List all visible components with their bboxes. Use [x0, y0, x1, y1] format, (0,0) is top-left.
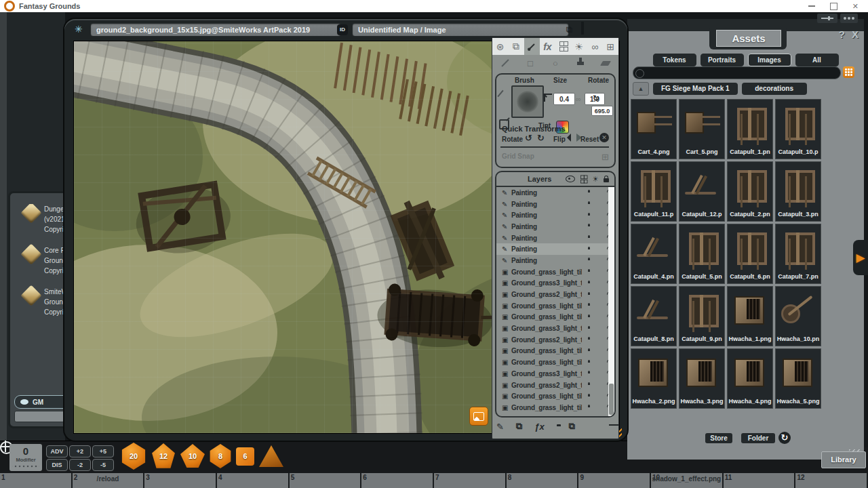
layer-row[interactable]: ✎ Painting: [496, 199, 614, 210]
layer-row[interactable]: ▣ Ground_grass3_light_til...: [496, 368, 614, 380]
restore-icon[interactable]: [830, 3, 837, 10]
modifier-box[interactable]: 0 Modifier: [9, 444, 42, 471]
asset-tile[interactable]: Catapult_9.pn: [679, 286, 725, 346]
rotate-cw-icon[interactable]: ↻: [537, 133, 545, 143]
token-grid-icon[interactable]: [580, 175, 587, 183]
duplicate-layer-icon[interactable]: ⧉: [569, 421, 575, 432]
asset-tile[interactable]: Cart_5.png: [679, 99, 725, 159]
eraser-tool-icon[interactable]: [593, 55, 618, 71]
help-icon[interactable]: ?: [839, 28, 845, 40]
asset-tab[interactable]: Images: [748, 54, 791, 66]
grid-view-button[interactable]: [843, 66, 854, 78]
breadcrumb-chip[interactable]: FG Siege Map Pack 1: [653, 83, 738, 95]
plus2-button[interactable]: +2: [69, 445, 91, 458]
hotkey-slot[interactable]: 1: [0, 473, 73, 488]
layers-scrollbar[interactable]: [608, 187, 614, 416]
add-effect-layer-icon[interactable]: ƒx: [534, 422, 544, 432]
flip-horizontal-icon[interactable]: [567, 134, 571, 142]
grid-snap-icon[interactable]: ⊞: [601, 152, 609, 162]
hotkey-slot[interactable]: 5: [290, 473, 362, 488]
close-icon[interactable]: ✕: [852, 3, 859, 10]
asset-tile[interactable]: Cart_4.png: [631, 99, 677, 159]
visibility-all-icon[interactable]: [566, 176, 575, 182]
layer-row[interactable]: ✎ Painting: [496, 232, 614, 244]
toolbar-slider-button[interactable]: [817, 14, 837, 23]
layer-row[interactable]: ▣ Ground_grass_light_tile...: [496, 402, 614, 413]
token-numbers-icon[interactable]: [555, 38, 571, 55]
asset-tile[interactable]: Catapult_8.pn: [631, 286, 677, 346]
hotkey-slot[interactable]: 11: [724, 473, 796, 488]
hotkey-slot[interactable]: 10 shadow_1_effect.png: [651, 473, 724, 488]
compass-mode-icon[interactable]: ⊛: [492, 38, 508, 55]
store-button[interactable]: Store: [705, 433, 732, 443]
folder-button[interactable]: Folder: [741, 433, 775, 443]
rotate-ccw-icon[interactable]: ↺: [525, 133, 532, 143]
layer-row[interactable]: ✎ Painting: [496, 209, 614, 221]
dis-button[interactable]: DIS: [46, 459, 68, 471]
layer-row[interactable]: ▣ Ground_grass2_light_til...: [496, 380, 614, 391]
asset-tile[interactable]: Catapult_1.pn: [727, 99, 773, 159]
asset-tile[interactable]: Catapult_12.p: [679, 161, 725, 222]
lock-all-icon[interactable]: [604, 178, 609, 182]
library-button[interactable]: Library: [821, 451, 866, 468]
reset-icon[interactable]: ✕: [599, 133, 609, 142]
layer-row[interactable]: ▣ Ground_grass2_light_til...: [496, 334, 614, 346]
layer-row[interactable]: ▣ Ground_grass2_light_til...: [496, 289, 614, 300]
die[interactable]: 10: [180, 444, 205, 468]
refresh-icon[interactable]: ↻: [778, 432, 791, 444]
hotkey-slot[interactable]: 4: [217, 473, 290, 488]
asset-tile[interactable]: Catapult_4.pn: [631, 224, 677, 284]
die[interactable]: 8: [210, 444, 231, 468]
hotkey-slot[interactable]: 7: [434, 473, 507, 488]
asset-tile[interactable]: Hwacha_5.png: [775, 348, 821, 409]
asset-tile[interactable]: Catapult_3.pn: [775, 161, 821, 222]
map-file-field[interactable]: ground2_background_15x15.jpg@SmiteWorks …: [90, 23, 341, 37]
die[interactable]: [259, 445, 283, 467]
hotkey-slot[interactable]: 8: [507, 473, 579, 488]
asset-tab[interactable]: Portraits: [701, 54, 744, 66]
layer-row[interactable]: ▣ Ground_grass_light_tile...: [496, 312, 614, 323]
asset-tile[interactable]: Hwacha_4.png: [727, 348, 773, 409]
shortcut-asterisk-icon[interactable]: ✳: [75, 24, 83, 35]
hotkey-slot[interactable]: 6: [361, 473, 434, 488]
grid-mode-icon[interactable]: ⊞: [603, 38, 618, 55]
grid-snap-label[interactable]: Grid Snap: [502, 152, 534, 160]
layer-row[interactable]: ▣ Ground_grass_light_tile...: [496, 266, 614, 278]
asset-tile[interactable]: Hwacha_3.png: [679, 348, 725, 409]
asset-search-input[interactable]: [633, 66, 841, 79]
circle-tool-icon[interactable]: ○: [542, 55, 568, 71]
share-cards-icon[interactable]: ⧉: [566, 24, 572, 35]
asset-tab[interactable]: All: [795, 54, 839, 66]
paint-mode-icon[interactable]: [524, 38, 540, 55]
minus5-button[interactable]: -5: [92, 459, 114, 471]
layer-row[interactable]: ✎ Painting: [496, 255, 614, 266]
rotate-dial-icon[interactable]: ↻: [593, 94, 599, 103]
asset-tile[interactable]: Catapult_10.p: [775, 99, 821, 159]
rectangle-tool-icon[interactable]: □: [517, 55, 542, 71]
layers-scrollbar-thumb[interactable]: [609, 384, 614, 415]
lighting-mode-icon[interactable]: ☀: [571, 38, 587, 55]
asset-preview-button[interactable]: [469, 407, 488, 426]
die[interactable]: 20: [121, 443, 146, 470]
breadcrumb-chip[interactable]: decorations: [742, 83, 807, 95]
layer-row[interactable]: ✎ Painting: [496, 243, 614, 255]
add-paint-layer-icon[interactable]: ✎: [496, 422, 504, 432]
hotkey-slot[interactable]: 3: [144, 473, 217, 488]
adv-button[interactable]: ADV: [46, 445, 68, 458]
brush-rotate-input[interactable]: [591, 106, 613, 116]
panel-close-icon[interactable]: X: [852, 28, 859, 40]
asset-tile[interactable]: Hwacha_10.pn: [775, 286, 821, 346]
layer-row[interactable]: ▣ Ground_grass_light_tile...: [496, 357, 614, 368]
layers-mode-icon[interactable]: ⧉: [508, 38, 524, 55]
asset-tile[interactable]: Hwacha_2.png: [631, 348, 677, 409]
asset-tile[interactable]: Hwacha_1.png: [727, 286, 773, 346]
asset-tile[interactable]: Catapult_5.pn: [679, 224, 725, 284]
effects-mode-icon[interactable]: fx: [540, 38, 555, 55]
die[interactable]: 6: [236, 447, 254, 466]
plus5-button[interactable]: +5: [92, 445, 114, 458]
layer-row[interactable]: ✎ Painting: [496, 187, 614, 199]
hotkey-slot[interactable]: 2 /reload: [73, 473, 145, 488]
hotkey-slot[interactable]: 9: [578, 473, 651, 488]
minimize-icon[interactable]: [808, 5, 815, 7]
brush-preview[interactable]: [511, 85, 544, 118]
